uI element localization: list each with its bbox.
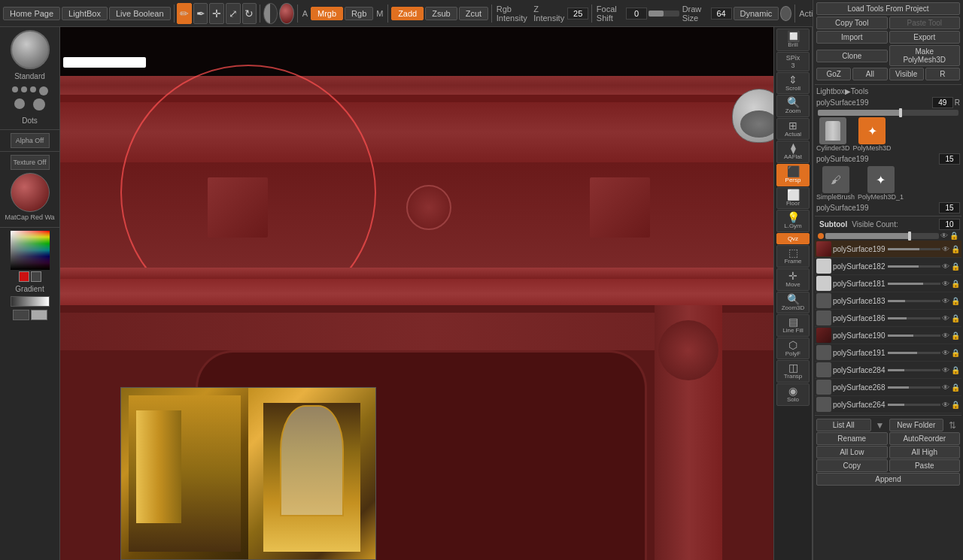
subtool-lock-toggle[interactable]: 🔒 (951, 314, 960, 322)
subtool-eye-toggle[interactable]: 👁 (942, 297, 949, 305)
import-button[interactable]: Import (816, 31, 888, 44)
focal-shift-value[interactable]: 0 (626, 8, 647, 20)
subtool-item[interactable]: polySurface186👁🔒 (815, 310, 961, 327)
subtool-lock-toggle[interactable]: 🔒 (951, 366, 960, 374)
color-swatch-secondary[interactable] (31, 271, 41, 282)
draw-button[interactable]: ✒ (193, 3, 208, 24)
subtool-eye-toggle[interactable]: 👁 (942, 401, 949, 409)
subtool-eye-toggle[interactable]: 👁 (942, 366, 949, 374)
subtool-item[interactable]: polySurface183👁🔒 (815, 292, 961, 310)
subtool-item[interactable]: polySurface190👁🔒 (815, 327, 961, 344)
color-swatch-active[interactable] (19, 271, 29, 282)
subtool-item-slider[interactable] (888, 404, 941, 406)
subtool-item-slider[interactable] (888, 317, 941, 319)
polysurface199-value[interactable]: 15 (939, 153, 960, 165)
subtool-lock-toggle[interactable]: 🔒 (951, 245, 960, 253)
subtool-item[interactable]: polySurface191👁🔒 (815, 344, 961, 362)
subtool-slider[interactable] (825, 233, 939, 239)
simplebrush-thumb[interactable]: 🖌 (822, 166, 849, 193)
move3d-button[interactable]: ✛ Move (776, 268, 810, 291)
subtool-lock-toggle[interactable]: 🔒 (951, 331, 960, 340)
floor-button[interactable]: ⬜ Floor (776, 187, 810, 210)
z-intensity-value[interactable]: 25 (567, 8, 588, 20)
gradient-swatch-1[interactable] (13, 310, 29, 320)
solo-button[interactable]: ◉ Solo (776, 383, 810, 406)
subtool-item[interactable]: polySurface264👁🔒 (815, 396, 961, 413)
clone-button[interactable]: Clone (816, 50, 888, 62)
canvas-area[interactable]: ▶ ▼ ◀ (60, 27, 797, 560)
mrgb-button[interactable]: Mrgb (311, 7, 343, 20)
alpha-off-button[interactable]: Alpha Off (11, 133, 50, 148)
cylinder3d-thumb[interactable] (819, 117, 846, 144)
visible-button[interactable]: Visible (889, 68, 924, 80)
subtool-item-slider[interactable] (888, 386, 941, 389)
subtool-eye-toggle[interactable]: 👁 (942, 349, 949, 357)
current-tool-value[interactable]: 49 (932, 97, 953, 108)
subtool-eye-toggle[interactable]: 👁 (942, 383, 949, 392)
subtool-eye-toggle[interactable]: 👁 (942, 245, 949, 253)
export-button[interactable]: Export (889, 31, 961, 44)
dynamic-button[interactable]: Dynamic (734, 7, 779, 20)
matcap-sphere[interactable] (11, 173, 50, 212)
subtool-item-slider[interactable] (888, 248, 941, 250)
edit-button[interactable]: ✏ (177, 3, 192, 24)
auto-reorder-button[interactable]: AutoReorder (889, 432, 961, 445)
subtool-lock-toggle[interactable]: 🔒 (951, 401, 960, 409)
rotate-button[interactable]: ↻ (242, 3, 257, 24)
load-tools-button[interactable]: Load Tools From Project (816, 2, 960, 15)
subtool-lock-toggle[interactable]: 🔒 (951, 280, 960, 288)
brush-sphere[interactable] (11, 30, 50, 69)
subtool-lock-toggle[interactable]: 🔒 (951, 262, 960, 271)
append-button[interactable]: Append (816, 473, 960, 486)
zoom3d-button[interactable]: 🔍 Zoom3D (776, 292, 810, 314)
copy-bottom-button[interactable]: Copy (816, 459, 888, 472)
subtool-item-slider[interactable] (888, 265, 941, 268)
rename-button[interactable]: Rename (816, 432, 888, 445)
scroll-button[interactable]: ⇕ Scroll (776, 72, 810, 95)
subtool-item[interactable]: polySurface199👁🔒 (815, 241, 961, 258)
subtool-item-slider[interactable] (888, 283, 941, 285)
subtool-eye-toggle[interactable]: 👁 (942, 262, 949, 271)
zcut-button[interactable]: Zcut (459, 7, 488, 20)
subtool-slider-handle[interactable] (908, 232, 911, 241)
subtool-eye-toggle[interactable]: 👁 (942, 314, 949, 322)
persp-button[interactable]: ⬛ Persp (776, 164, 810, 186)
subtool-lock-toggle[interactable]: 🔒 (951, 297, 960, 305)
lightbox-button[interactable]: LightBox (62, 7, 108, 20)
polymesh3d-thumb[interactable]: ✦ (858, 117, 886, 144)
focal-shift-slider[interactable] (649, 11, 679, 17)
draw-size-value[interactable]: 64 (711, 8, 732, 20)
scale-button[interactable]: ⤢ (226, 3, 241, 24)
subtool-eye-icon[interactable]: 👁 (940, 232, 948, 240)
subtool-item-slider[interactable] (888, 369, 941, 371)
all-high-button[interactable]: All High (889, 446, 961, 459)
lightbox-image-left[interactable] (121, 388, 248, 559)
r-button[interactable]: R (925, 68, 960, 80)
make-polymesh-button[interactable]: Make PolyMesh3D (889, 45, 961, 66)
polymesh3d1-thumb[interactable]: ✦ (867, 166, 895, 193)
paste-tool-button[interactable]: Paste Tool (889, 17, 961, 29)
frame-button[interactable]: ⬚ Frame (776, 245, 810, 268)
lightbox-image-right[interactable] (248, 388, 375, 559)
rgb-button[interactable]: Rgb (345, 7, 373, 20)
spix-button[interactable]: SPix 3 (776, 52, 810, 71)
live-boolean-button[interactable]: Live Boolean (109, 7, 171, 20)
transp-button[interactable]: ◫ Transp (776, 360, 810, 383)
subtool-item[interactable]: polySurface268👁🔒 (815, 379, 961, 396)
gradient-bar[interactable] (11, 296, 50, 307)
texture-off-button[interactable]: Texture Off (11, 155, 50, 170)
poly-value2[interactable]: 15 (939, 202, 960, 213)
zsub-button[interactable]: Zsub (425, 7, 457, 20)
subtool-item[interactable]: polySurface181👁🔒 (815, 275, 961, 292)
brill-button[interactable]: 🔲 Brill (776, 29, 810, 51)
paste-bottom-button[interactable]: Paste (889, 459, 961, 472)
actual-button[interactable]: ⊞ Actual (776, 118, 810, 141)
line-fill-button[interactable]: ▤ Line Fill (776, 314, 810, 337)
subtool-eye-toggle[interactable]: 👁 (942, 331, 949, 340)
list-all-button[interactable]: List All (816, 419, 871, 431)
all-low-button[interactable]: All Low (816, 446, 888, 459)
move-button[interactable]: ✛ (209, 3, 224, 24)
subtool-item-slider[interactable] (888, 334, 941, 337)
subtool-item-slider[interactable] (888, 352, 941, 354)
zadd-button[interactable]: Zadd (391, 7, 424, 20)
